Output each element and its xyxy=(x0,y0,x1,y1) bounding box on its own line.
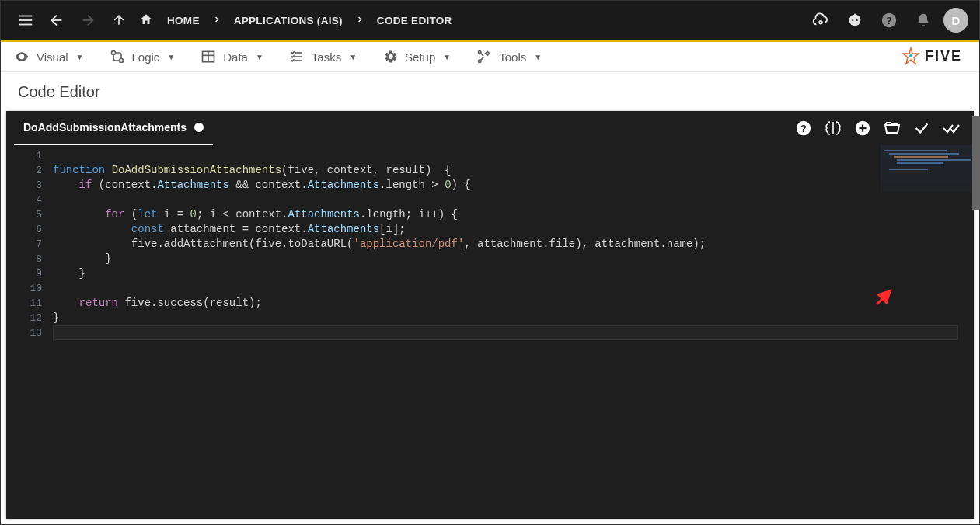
table-icon xyxy=(200,48,217,65)
breadcrumb-home[interactable]: HOME xyxy=(159,15,208,26)
svg-point-13 xyxy=(111,51,115,55)
menu-tasks[interactable]: Tasks▼ xyxy=(288,48,357,65)
vertical-scrollbar[interactable] xyxy=(972,116,980,210)
eye-icon xyxy=(13,48,30,65)
brand-logo: FIVE xyxy=(902,47,962,65)
five-logo-icon xyxy=(902,47,920,65)
menu-setup[interactable]: Setup▼ xyxy=(382,48,451,65)
menu-label: Tasks xyxy=(312,50,341,64)
svg-text:?: ? xyxy=(886,15,892,26)
ai-brain-icon[interactable] xyxy=(820,115,846,141)
tools-icon xyxy=(476,48,493,65)
home-icon[interactable] xyxy=(139,12,153,29)
menu-label: Data xyxy=(223,50,248,64)
svg-point-24 xyxy=(909,54,912,57)
svg-point-21 xyxy=(479,60,481,62)
editor-tab-row: DoAddSubmissionAttachments ? xyxy=(6,111,974,145)
menu-label: Tools xyxy=(499,50,526,64)
gear-icon xyxy=(382,48,399,65)
svg-point-9 xyxy=(856,19,858,21)
breadcrumb-code-editor[interactable]: CODE EDITOR xyxy=(369,15,460,26)
chat-bot-icon[interactable] xyxy=(841,6,869,34)
save-all-icon[interactable] xyxy=(938,115,964,141)
hamburger-icon[interactable] xyxy=(12,6,40,34)
breadcrumb: HOME APPLICATIONS (AIS) CODE EDITOR xyxy=(139,12,460,29)
new-file-icon[interactable] xyxy=(849,115,876,141)
svg-text:?: ? xyxy=(800,123,807,134)
back-arrow-icon[interactable] xyxy=(43,6,71,34)
menu-label: Setup xyxy=(405,50,435,64)
line-gutter: 12345678910111213 xyxy=(6,145,48,519)
brand-text: FIVE xyxy=(925,48,962,64)
menu-tools[interactable]: Tools▼ xyxy=(476,48,542,65)
open-folder-icon[interactable] xyxy=(879,115,905,141)
menu-label: Visual xyxy=(37,50,68,64)
editor-help-icon[interactable]: ? xyxy=(790,115,817,141)
menu-visual[interactable]: Visual▼ xyxy=(13,48,84,65)
menu-label: Logic xyxy=(132,50,160,64)
code-editor-panel: DoAddSubmissionAttachments ? 12345678910… xyxy=(6,111,974,519)
save-check-icon[interactable] xyxy=(909,115,935,141)
unsaved-dot-icon xyxy=(194,123,204,132)
avatar[interactable]: D xyxy=(943,8,968,33)
svg-rect-10 xyxy=(854,14,856,16)
logic-icon xyxy=(109,48,126,65)
forward-arrow-icon xyxy=(74,6,102,34)
tab-label: DoAddSubmissionAttachments xyxy=(23,121,187,134)
notifications-bell-icon[interactable] xyxy=(909,6,937,34)
code-content[interactable]: function DoAddSubmissionAttachments(five… xyxy=(53,148,958,340)
help-icon[interactable]: ? xyxy=(875,6,903,34)
svg-point-7 xyxy=(849,15,861,26)
chevron-right-icon xyxy=(208,15,226,26)
chevron-right-icon xyxy=(350,15,369,26)
breadcrumb-applications[interactable]: APPLICATIONS (AIS) xyxy=(226,15,350,26)
main-menu-bar: Visual▼ Logic▼ Data▼ Tasks▼ Setup▼ Tools… xyxy=(1,42,979,72)
svg-point-14 xyxy=(119,59,123,63)
minimap[interactable] xyxy=(881,145,974,192)
code-area[interactable]: 12345678910111213 function DoAddSubmissi… xyxy=(6,145,974,519)
menu-logic[interactable]: Logic▼ xyxy=(109,48,176,65)
svg-point-8 xyxy=(852,19,853,21)
cloud-icon[interactable] xyxy=(807,6,835,34)
page-title: Code Editor xyxy=(1,72,979,111)
svg-point-6 xyxy=(819,21,822,24)
menu-data[interactable]: Data▼ xyxy=(200,48,263,65)
top-app-bar: HOME APPLICATIONS (AIS) CODE EDITOR ? D xyxy=(1,1,979,40)
editor-tab-active[interactable]: DoAddSubmissionAttachments xyxy=(14,111,213,145)
svg-point-22 xyxy=(479,51,481,54)
checklist-icon xyxy=(288,48,305,65)
up-arrow-icon[interactable] xyxy=(105,6,133,34)
